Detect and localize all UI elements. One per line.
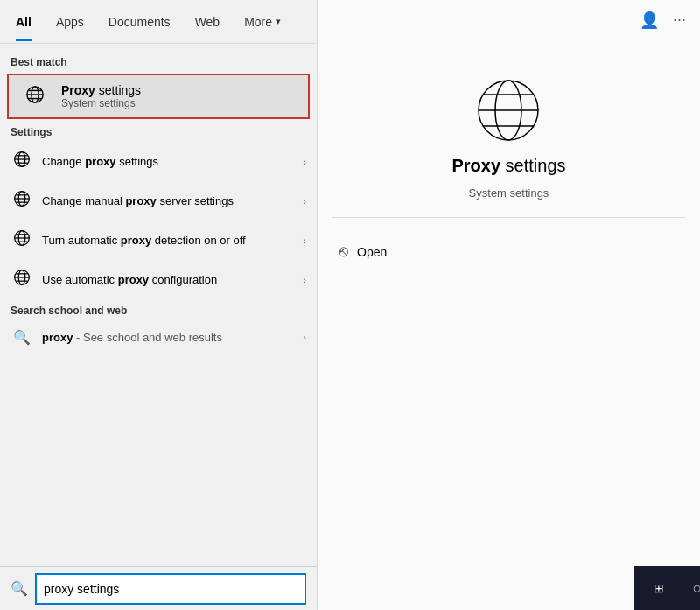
taskbar-btn-start[interactable]: ⊞ — [641, 571, 676, 606]
results-area: Best match Proxy settings System setting… — [0, 44, 317, 610]
search-box-icon: 🔍 — [10, 580, 28, 597]
globe-icon-1 — [10, 151, 33, 172]
search-icon: 🔍 — [10, 329, 33, 346]
settings-item-auto-detection[interactable]: Turn automatic proxy detection on or off… — [0, 221, 317, 260]
tabs-bar: All Apps Documents Web More — [0, 0, 317, 44]
settings-item-change-proxy[interactable]: Change proxy settings › — [0, 142, 317, 181]
settings-item-label-4: Use automatic proxy configuration — [42, 273, 294, 286]
globe-icon-4 — [10, 269, 33, 291]
tab-all[interactable]: All — [4, 3, 44, 41]
best-match-title: Proxy settings — [61, 83, 141, 97]
chevron-icon-2: › — [303, 196, 306, 207]
web-search-header: Search school and web — [0, 299, 317, 320]
search-taskbar-icon: ○ — [693, 579, 700, 598]
taskbar: ⊞ ○ ⧉ 📁 ✉ 🌐 🎨 🛍 ◉ wsxdn.com — [634, 566, 700, 610]
settings-item-manual-proxy[interactable]: Change manual proxy server settings › — [0, 181, 317, 221]
app-name: Proxy settings — [452, 156, 565, 176]
settings-item-auto-config[interactable]: Use automatic proxy configuration › — [0, 260, 317, 299]
open-icon: ⎋ — [339, 242, 348, 261]
web-search-chevron: › — [303, 333, 306, 343]
search-box-container: 🔍 — [0, 566, 317, 610]
start-icon: ⊞ — [654, 581, 664, 595]
open-label: Open — [357, 245, 387, 259]
settings-item-label-3: Turn automatic proxy detection on or off — [42, 234, 294, 247]
best-match-icon — [19, 82, 51, 110]
person-icon[interactable]: 👤 — [640, 11, 659, 30]
more-options-icon[interactable]: ··· — [673, 11, 686, 30]
chevron-icon-1: › — [303, 157, 306, 167]
web-search-label: proxy - See school and web results — [42, 331, 294, 344]
globe-icon-2 — [10, 190, 33, 212]
search-panel: All Apps Documents Web More Best match P… — [0, 0, 317, 610]
best-match-subtitle: System settings — [61, 97, 141, 109]
best-match-header: Best match — [0, 51, 317, 72]
best-match-text: Proxy settings System settings — [61, 83, 141, 109]
app-type: System settings — [469, 186, 550, 200]
proxy-settings-icon — [473, 75, 543, 145]
right-panel-header: 👤 ··· — [318, 0, 700, 40]
tab-web[interactable]: Web — [183, 3, 233, 41]
open-action[interactable]: ⎋ Open — [318, 235, 700, 268]
settings-item-label-2: Change manual proxy server settings — [42, 194, 294, 207]
taskbar-btn-search[interactable]: ○ — [680, 571, 700, 606]
tab-more[interactable]: More — [232, 3, 293, 41]
chevron-icon-4: › — [303, 275, 306, 285]
best-match-item[interactable]: Proxy settings System settings — [7, 74, 310, 119]
settings-header: Settings — [0, 121, 317, 142]
chevron-icon-3: › — [303, 235, 306, 246]
tab-documents[interactable]: Documents — [96, 3, 183, 41]
settings-item-label-1: Change proxy settings — [42, 155, 294, 168]
web-search-item[interactable]: 🔍 proxy - See school and web results › — [0, 320, 317, 354]
app-icon-area: Proxy settings System settings — [452, 75, 565, 200]
globe-icon-3 — [10, 229, 33, 251]
right-divider — [332, 217, 686, 218]
search-input[interactable] — [35, 573, 306, 605]
tab-apps[interactable]: Apps — [44, 3, 96, 41]
right-panel: 👤 ··· Proxy settings System settings ⎋ O… — [317, 0, 700, 610]
